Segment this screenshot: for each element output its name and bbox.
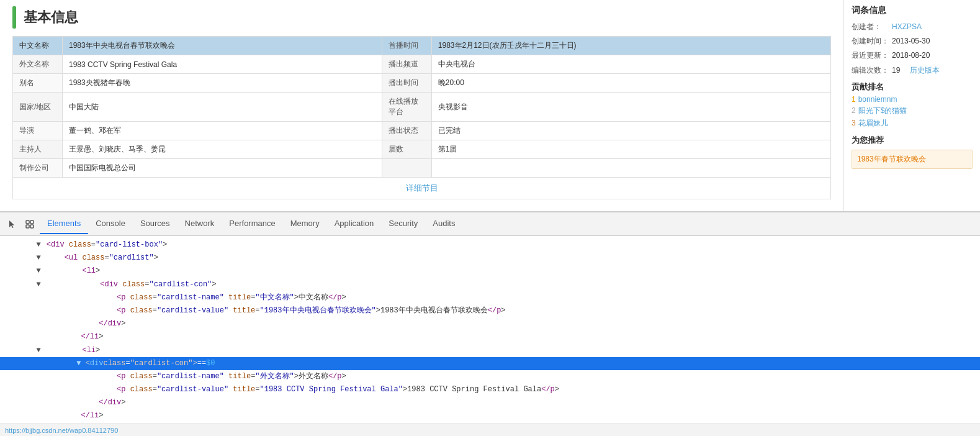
code-arrow[interactable]: ▼: [36, 345, 45, 357]
recommend-title: 为您推荐: [852, 135, 973, 146]
tab-network[interactable]: Network: [178, 214, 222, 234]
sidebar-created-time-label: 创建时间：: [852, 35, 892, 47]
code-line[interactable]: ....... <p class="cardlist-name" title="…: [0, 291, 980, 304]
code-line[interactable]: .......▼ <div class="cardlist-con">: [0, 278, 980, 291]
code-bracket: <: [82, 346, 86, 355]
contributor-name-link[interactable]: bonniemnm: [858, 95, 897, 104]
table-label-cell: 外文名称: [13, 55, 63, 74]
table-label-cell2: 在线播放平台: [382, 93, 431, 122]
tab-audits[interactable]: Audits: [425, 214, 462, 234]
code-line[interactable]: ....... </li>: [0, 330, 980, 343]
code-indent: .......: [5, 252, 36, 264]
code-line[interactable]: ....... <p class="cardlist-value" title=…: [0, 304, 980, 317]
code-arrow[interactable]: ▼: [36, 252, 45, 264]
code-tagname: p: [337, 372, 341, 381]
section-title: 基本信息: [24, 8, 78, 27]
contributor-number: 2: [852, 106, 856, 115]
code-indent2: [47, 345, 83, 357]
code-indent2: [45, 384, 117, 396]
table-value-cell2: 央视影音: [431, 93, 830, 122]
code-segment: <div class="cardlist-con">: [100, 279, 216, 291]
code-bracket: <: [65, 253, 69, 262]
table-value-cell: 1983央视猪年春晚: [63, 74, 382, 93]
code-arrow[interactable]: ▼: [36, 279, 45, 291]
code-arrow[interactable]: ▼: [36, 265, 45, 277]
tab-security[interactable]: Security: [381, 214, 425, 234]
svg-rect-0: [26, 220, 29, 224]
code-indent2: [45, 305, 117, 317]
code-attr-value: "中文名称": [255, 293, 294, 302]
table-label-cell: 导演: [13, 122, 63, 140]
sidebar-edit-count-row: 编辑次数： 19 历史版本: [852, 65, 973, 76]
code-tagname: li: [90, 332, 99, 341]
table-label-cell2: 播出状态: [382, 122, 431, 140]
code-tagname: li: [90, 411, 99, 420]
code-attr-value: "cardlist-name": [157, 293, 224, 302]
table-label-cell: 中文名称: [13, 37, 63, 55]
code-line[interactable]: .......▼ <div class="card-list-box">: [0, 238, 980, 252]
code-tagname: p: [121, 372, 125, 381]
sidebar-edit-count-value: 19: [892, 65, 900, 76]
code-tagname: p: [121, 385, 125, 394]
cursor-icon-button[interactable]: [5, 217, 20, 232]
code-arrow[interactable]: ▼: [76, 358, 85, 370]
table-label-cell: 主持人: [13, 140, 63, 159]
code-indent: .......: [5, 345, 36, 357]
code-segment: </li>: [81, 331, 103, 343]
code-line[interactable]: ....... </div>: [0, 317, 980, 330]
code-tagname: div: [51, 240, 65, 249]
tab-console[interactable]: Console: [88, 214, 133, 234]
code-arrow[interactable]: ▼: [36, 239, 45, 251]
table-label-cell2: 播出频道: [382, 55, 431, 74]
tab-application[interactable]: Application: [327, 214, 382, 234]
code-tagname: div: [104, 280, 118, 289]
code-indent2: [45, 410, 81, 422]
inspect-icon-button[interactable]: [22, 217, 37, 232]
contributor-name-link[interactable]: 阳光下$的猫猫: [858, 106, 907, 116]
code-indent: .......: [5, 279, 36, 291]
code-attr-value: "cardlist-value": [157, 306, 228, 315]
sidebar-created-time-value: 2013-05-30: [892, 35, 930, 47]
devtools-code-panel[interactable]: .......▼ <div class="card-list-box">....…: [0, 236, 980, 424]
code-bracket: </: [541, 385, 550, 394]
code-line[interactable]: ....... <p class="cardlist-value" title=…: [0, 383, 980, 396]
tab-performance[interactable]: Performance: [222, 214, 282, 234]
code-line[interactable]: ▼ <div class="cardlist-con"> == $0: [0, 357, 980, 370]
table-label-cell2: [382, 159, 431, 178]
details-link[interactable]: 详细节目: [13, 178, 831, 199]
code-line[interactable]: .......▼ <li>: [0, 265, 980, 278]
tab-elements[interactable]: Elements: [40, 214, 88, 234]
code-bracket: </: [81, 332, 89, 341]
code-special-val: $0: [206, 358, 215, 370]
code-attr-name: title: [233, 306, 255, 315]
code-segment: <p class="cardlist-value" title="1983年中央…: [117, 305, 506, 317]
code-line[interactable]: .......▼ <li>: [0, 344, 980, 357]
code-line[interactable]: ....... </div>: [0, 396, 980, 409]
svg-rect-2: [26, 225, 29, 228]
recommend-card[interactable]: 1983年春节联欢晚会: [852, 150, 973, 169]
code-arrow-placeholder: [36, 371, 45, 383]
sidebar-history-link[interactable]: 历史版本: [910, 65, 940, 76]
code-attr-value: "card-list-box": [96, 240, 163, 249]
table-value-cell2: 1983年2月12日(农历壬戌年十二月三十日): [431, 37, 830, 55]
code-attr-value: "cardlist-name": [157, 372, 224, 381]
contributor-name-link[interactable]: 花眉妹儿: [858, 118, 888, 129]
section-header: 基本信息: [12, 6, 831, 29]
tab-sources[interactable]: Sources: [133, 214, 178, 234]
code-segment: <p class="cardlist-value" title="1983 CC…: [117, 384, 559, 396]
sidebar-creator-link[interactable]: HXZPSA: [892, 21, 922, 33]
code-line[interactable]: ....... </li>: [0, 409, 980, 422]
code-segment: <ul class="cardlist">: [65, 252, 158, 264]
code-attr-name: class: [82, 253, 104, 262]
code-attr-value: "1983 CCTV Spring Festival Gala": [260, 385, 403, 394]
code-tagname: div: [108, 398, 122, 407]
tab-memory[interactable]: Memory: [283, 214, 327, 234]
contributor-item: 1bonniemnm: [852, 95, 973, 104]
code-bracket: </: [81, 411, 89, 420]
contributors-list: 1bonniemnm2阳光下$的猫猫3花眉妹儿: [852, 95, 973, 129]
code-indent: .......: [5, 318, 36, 330]
code-line[interactable]: ....... <p class="cardlist-name" title="…: [0, 370, 980, 383]
table-label-cell: 制作公司: [13, 159, 63, 178]
code-attr-name: class: [130, 372, 153, 381]
code-line[interactable]: .......▼ <ul class="cardlist">: [0, 252, 980, 265]
